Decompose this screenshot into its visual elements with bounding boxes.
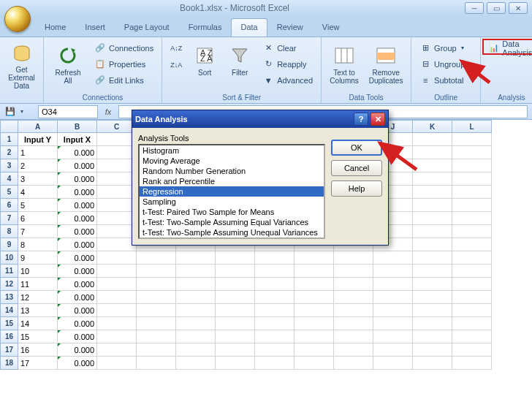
cell[interactable]	[413, 330, 452, 343]
tool-item[interactable]: Sampling	[140, 197, 324, 207]
office-button[interactable]	[4, 6, 31, 32]
tool-item[interactable]: Histogram	[140, 145, 324, 156]
cell-A1[interactable]: Input Y	[18, 133, 58, 146]
cell[interactable]	[137, 278, 176, 291]
cell-A16[interactable]: 15	[18, 330, 58, 343]
cell[interactable]	[413, 172, 452, 186]
cell-A4[interactable]: 3	[18, 172, 58, 186]
cell[interactable]	[216, 278, 255, 291]
row-header-16[interactable]: 16	[1, 330, 18, 343]
cancel-button[interactable]: Cancel	[331, 160, 382, 176]
cell-B2[interactable]: 0.000	[58, 146, 97, 159]
cell-B10[interactable]: 0.000	[58, 251, 97, 265]
cell-B9[interactable]: 0.000	[58, 238, 97, 251]
row-header-4[interactable]: 4	[1, 172, 18, 186]
group-button[interactable]: ⊞Group▾	[416, 40, 476, 56]
cell[interactable]	[373, 278, 413, 291]
cell-A2[interactable]: 1	[18, 146, 58, 159]
get-external-data-button[interactable]: Get External Data	[4, 40, 39, 88]
clear-filter-button[interactable]: ✕Clear	[259, 40, 316, 56]
tab-review[interactable]: Review	[267, 18, 313, 37]
cell[interactable]	[97, 133, 137, 146]
row-header-5[interactable]: 5	[1, 186, 18, 199]
row-header-13[interactable]: 13	[1, 291, 18, 304]
cell-A7[interactable]: 6	[18, 212, 58, 225]
cell[interactable]	[334, 357, 373, 370]
cell-B5[interactable]: 0.000	[58, 186, 97, 199]
cell-A15[interactable]: 14	[18, 317, 58, 330]
tool-item[interactable]: Regression	[140, 186, 324, 197]
cell[interactable]	[413, 133, 452, 146]
cell[interactable]	[216, 304, 255, 317]
analysis-tools-listbox[interactable]: HistogramMoving AverageRandom Number Gen…	[138, 144, 325, 239]
cell-B13[interactable]: 0.000	[58, 291, 97, 304]
cell-B11[interactable]: 0.000	[58, 265, 97, 278]
cell-A18[interactable]: 17	[18, 357, 58, 370]
col-header-L[interactable]: L	[452, 121, 492, 133]
properties-button[interactable]: 📋Properties	[91, 56, 157, 72]
cell[interactable]	[294, 304, 334, 317]
edit-links-button[interactable]: 🔗Edit Links	[91, 72, 157, 88]
cell[interactable]	[452, 304, 492, 317]
cell[interactable]	[452, 186, 492, 199]
cell[interactable]	[452, 343, 492, 357]
cell-B7[interactable]: 0.000	[58, 212, 97, 225]
cell[interactable]	[216, 291, 255, 304]
cell[interactable]	[452, 330, 492, 343]
cell[interactable]	[334, 304, 373, 317]
cell[interactable]	[452, 212, 492, 225]
cell-A8[interactable]: 7	[18, 225, 58, 238]
cell-B18[interactable]: 0.000	[58, 357, 97, 370]
cell[interactable]	[413, 212, 452, 225]
refresh-all-button[interactable]: Refresh All	[48, 40, 88, 88]
cell[interactable]	[413, 317, 452, 330]
cell[interactable]	[255, 291, 294, 304]
cell[interactable]	[176, 304, 216, 317]
row-header-7[interactable]: 7	[1, 212, 18, 225]
name-box[interactable]: O34	[38, 105, 98, 118]
ok-button[interactable]: OK	[331, 140, 382, 156]
col-header-C[interactable]: C	[97, 121, 137, 133]
cell[interactable]	[413, 225, 452, 238]
cell[interactable]	[452, 357, 492, 370]
cell[interactable]	[413, 186, 452, 199]
cell[interactable]	[137, 343, 176, 357]
cell[interactable]	[97, 199, 137, 212]
cell[interactable]	[334, 265, 373, 278]
cell[interactable]	[294, 251, 334, 265]
connections-button[interactable]: 🔗Connections	[91, 40, 157, 56]
tool-item[interactable]: z-Test: Two Sample for Means	[140, 238, 324, 239]
cell[interactable]	[176, 343, 216, 357]
cell[interactable]	[97, 159, 137, 172]
cell[interactable]	[97, 251, 137, 265]
cell[interactable]	[373, 265, 413, 278]
sort-asc-button[interactable]: A↓Z	[167, 40, 186, 56]
cell[interactable]	[373, 291, 413, 304]
cell[interactable]	[452, 159, 492, 172]
close-button[interactable]: ✕	[509, 2, 528, 14]
cell[interactable]	[97, 317, 137, 330]
sort-desc-button[interactable]: Z↓A	[167, 57, 186, 72]
tool-item[interactable]: Rank and Percentile	[140, 176, 324, 186]
cell-A14[interactable]: 13	[18, 304, 58, 317]
cell[interactable]	[413, 251, 452, 265]
cell[interactable]	[97, 225, 137, 238]
text-to-columns-button[interactable]: Text to Columns	[326, 40, 362, 88]
cell[interactable]	[97, 304, 137, 317]
tool-item[interactable]: Random Number Generation	[140, 166, 324, 176]
cell[interactable]	[334, 278, 373, 291]
cell[interactable]	[97, 357, 137, 370]
cell[interactable]	[137, 317, 176, 330]
cell[interactable]	[97, 343, 137, 357]
tool-item[interactable]: Moving Average	[140, 156, 324, 166]
sort-button[interactable]: A ZZ A Sort	[189, 40, 221, 88]
cell[interactable]	[452, 172, 492, 186]
cell[interactable]	[97, 186, 137, 199]
advanced-filter-button[interactable]: ▼Advanced	[259, 72, 316, 88]
cell[interactable]	[255, 251, 294, 265]
cell[interactable]	[334, 317, 373, 330]
cell[interactable]	[97, 146, 137, 159]
row-header-6[interactable]: 6	[1, 199, 18, 212]
dialog-close-button[interactable]: ✕	[370, 113, 385, 126]
cell[interactable]	[334, 291, 373, 304]
